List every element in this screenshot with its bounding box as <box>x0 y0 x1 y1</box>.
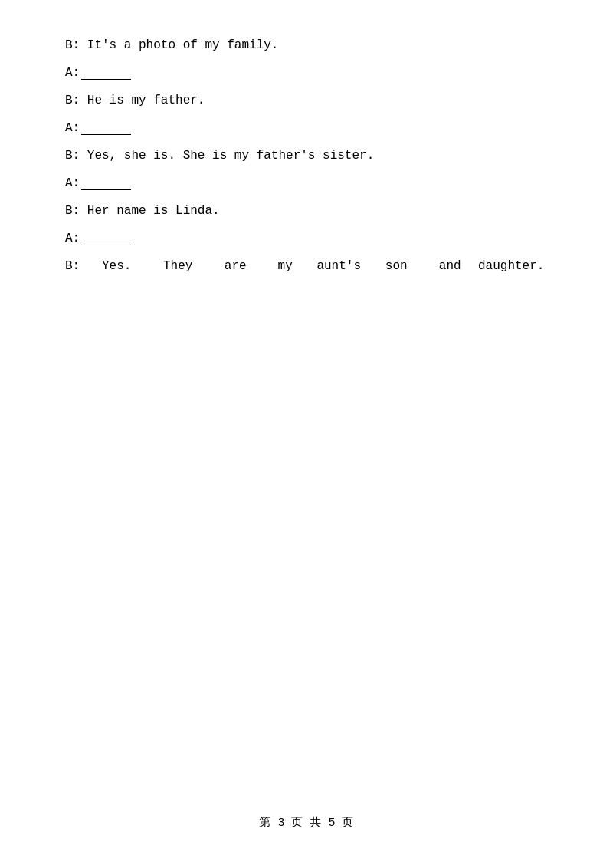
dialog-a2: A: <box>65 121 548 135</box>
b4-text: B: Her name is Linda. <box>65 204 220 218</box>
b1-text: B: It's a photo of my family. <box>65 38 278 52</box>
b2-text: B: He is my father. <box>65 94 205 107</box>
a2-prefix: A: <box>65 121 80 135</box>
dialog-b5: B: Yes. They are my aunt's son and daugh… <box>65 259 548 273</box>
a4-prefix: A: <box>65 232 80 245</box>
b5-word-daughter: daughter. <box>477 259 546 273</box>
dialog-b3: B: Yes, she is. She is my father's siste… <box>65 149 548 163</box>
dialog-a3: A: <box>65 176 548 190</box>
b5-word-and: and <box>423 259 477 273</box>
a3-blank[interactable] <box>81 189 131 190</box>
page-footer: 第 3 页 共 5 页 <box>0 815 613 830</box>
a1-prefix: A: <box>65 66 80 80</box>
a4-blank[interactable] <box>81 245 131 245</box>
a2-blank[interactable] <box>81 134 131 135</box>
b3-text: B: Yes, she is. She is my father's siste… <box>65 149 374 163</box>
b5-word-yes: Yes. <box>86 259 147 273</box>
footer-text: 第 3 页 共 5 页 <box>259 817 353 830</box>
b5-word-they: They <box>147 259 208 273</box>
b5-prefix: B: <box>65 259 80 273</box>
b5-word-son: son <box>369 259 423 273</box>
dialog-b2: B: He is my father. <box>65 94 548 107</box>
dialog-b4: B: Her name is Linda. <box>65 204 548 218</box>
b5-word-are: are <box>208 259 262 273</box>
dialog-a1: A: <box>65 66 548 80</box>
dialog-b1: B: It's a photo of my family. <box>65 38 548 52</box>
b5-word-my: my <box>262 259 308 273</box>
a1-blank[interactable] <box>81 79 131 80</box>
a3-prefix: A: <box>65 176 80 190</box>
page-content: B: It's a photo of my family. A: B: He i… <box>0 0 613 868</box>
dialog-a4: A: <box>65 232 548 245</box>
b5-word-aunts: aunt's <box>308 259 369 273</box>
